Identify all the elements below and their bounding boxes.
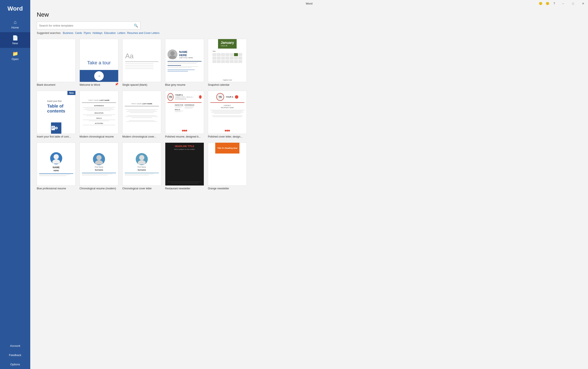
template-label-polished1: Polished resume, designed b... xyxy=(165,135,204,138)
suggested-business[interactable]: Business xyxy=(63,31,74,35)
sidebar-item-label-new: New xyxy=(12,42,18,45)
sidebar-item-label-home: Home xyxy=(11,26,19,29)
svg-point-10 xyxy=(96,155,102,160)
main-header: New 🔍 Suggested searches: Business Cards… xyxy=(30,7,588,37)
template-food[interactable]: HEADLINE TITLE Not a subject on the matt… xyxy=(165,143,204,190)
thumb-line-1 xyxy=(125,61,158,62)
template-tour[interactable]: Take a tour → Welcome to Word 📌 xyxy=(80,39,118,86)
help-icon[interactable]: ? xyxy=(551,0,558,7)
template-row-1: Blank document Take a tour → Welcome to … xyxy=(37,39,581,86)
titlebar-controls: – □ ✕ xyxy=(558,0,588,7)
template-chron2[interactable]: FIRST NAME LAST NAME Modern chronologica… xyxy=(122,91,161,138)
suggested-flyers[interactable]: Flyers xyxy=(84,31,91,35)
pin-icon[interactable]: 📌 xyxy=(115,82,118,86)
suggested-searches: Suggested searches: Business Cards Flyer… xyxy=(37,31,581,35)
minimize-button[interactable]: – xyxy=(558,0,568,7)
titlebar-icons: 🙂 🙁 ? xyxy=(537,0,558,7)
template-thumb-food: HEADLINE TITLE Not a subject on the matt… xyxy=(165,143,204,186)
template-polished1[interactable]: YN YOUR S OBJECTIVE • SKILLS • EXPERIENC… xyxy=(165,91,204,138)
suggested-label: Suggested searches: xyxy=(37,31,61,35)
titlebar: Word 🙂 🙁 ? – □ ✕ xyxy=(30,0,588,7)
svg-point-12 xyxy=(139,155,144,160)
maximize-button[interactable]: □ xyxy=(568,0,578,7)
svg-point-0 xyxy=(170,51,175,55)
tour-bar: → xyxy=(80,70,118,82)
sidebar-item-home[interactable]: ⌂ Home xyxy=(0,16,30,32)
close-button[interactable]: ✕ xyxy=(578,0,588,7)
main-content: New 🔍 Suggested searches: Business Cards… xyxy=(30,7,588,369)
template-grid: Blank document Take a tour → Welcome to … xyxy=(30,37,588,369)
suggested-education[interactable]: Education xyxy=(104,31,116,35)
template-row3c[interactable]: First Name Surname Chronological cover l… xyxy=(122,143,161,190)
template-label-single: Single spaced (blank) xyxy=(122,83,161,86)
template-thumb-orange: Title it's Reading Now xyxy=(208,143,247,186)
template-thumb-tour: Take a tour → xyxy=(80,39,118,82)
template-thumb-polished2: YN YOUR S CONTACT RECIPIENT NAME xyxy=(208,91,247,134)
template-thumb-blue-resume: NAME HERE JOB TITLE HERE xyxy=(165,39,204,82)
tour-text: Take a tour xyxy=(87,60,111,66)
search-input[interactable] xyxy=(39,24,134,27)
svg-point-13 xyxy=(138,160,146,164)
template-row3b[interactable]: First Name Surname Chronological resume … xyxy=(80,143,118,190)
template-label-polished2: Polished cover letter, design... xyxy=(208,135,247,138)
template-thumb-row3a: NAME HERE xyxy=(37,143,76,186)
frown-icon[interactable]: 🙁 xyxy=(544,0,551,7)
template-single[interactable]: Aa Single spaced (blank) xyxy=(122,39,161,86)
sidebar-item-open[interactable]: 📁 Open xyxy=(0,48,30,64)
template-label-chron2: Modern chronological cover... xyxy=(122,135,161,138)
suggested-letters[interactable]: Letters xyxy=(117,31,126,35)
template-thumb-calendar: January YEAR Title xyxy=(208,39,247,82)
template-blank[interactable]: Blank document xyxy=(37,39,76,86)
page-title: New xyxy=(37,11,581,18)
template-label-blue-resume: Blue grey resume xyxy=(165,83,204,86)
template-blue-resume[interactable]: NAME HERE JOB TITLE HERE xyxy=(165,39,204,86)
template-thumb-chron1: FIRST NAME LAST NAME EXPERIENCE EDUCATIO… xyxy=(80,91,118,134)
new-doc-icon: 📄 xyxy=(12,35,18,41)
sidebar-item-options[interactable]: Options xyxy=(0,360,30,369)
template-label-food: Restaurant newsletter xyxy=(165,187,204,190)
template-label-calendar: Snapshot calendar xyxy=(208,83,247,86)
open-folder-icon: 📁 xyxy=(12,51,18,57)
template-thumb-toc: New Insert your first Table ofcontents 3 xyxy=(37,91,76,134)
sidebar-bottom: Account Feedback Options xyxy=(0,341,30,369)
template-row-2: New Insert your first Table ofcontents 3 xyxy=(37,91,581,138)
thumb-line-5 xyxy=(125,68,153,69)
template-row-3: NAME HERE Blue professional resume F xyxy=(37,143,581,190)
search-icon[interactable]: 🔍 xyxy=(134,23,138,28)
template-thumb-blank xyxy=(37,39,76,82)
sidebar-item-new[interactable]: 📄 New xyxy=(0,32,30,48)
template-label-row3b: Chronological resume (modern) xyxy=(80,187,118,190)
thumb-line-2 xyxy=(125,63,153,64)
svg-point-8 xyxy=(53,154,59,159)
template-thumb-polished1: YN YOUR S OBJECTIVE • SKILLS • EXPERIENC… xyxy=(165,91,204,134)
suggested-holidays[interactable]: Holidays xyxy=(93,31,102,35)
home-icon: ⌂ xyxy=(14,20,16,25)
template-label-blank: Blank document xyxy=(37,83,76,86)
template-chron1[interactable]: FIRST NAME LAST NAME EXPERIENCE EDUCATIO… xyxy=(80,91,118,138)
template-label-orange: Orange newsletter xyxy=(208,187,247,190)
suggested-resumes[interactable]: Resumes and Cover Letters xyxy=(127,31,159,35)
svg-point-1 xyxy=(169,55,176,59)
template-toc[interactable]: New Insert your first Table ofcontents 3 xyxy=(37,91,76,138)
template-label-chron1: Modern chronological resume xyxy=(80,135,118,138)
template-row3a[interactable]: NAME HERE Blue professional resume xyxy=(37,143,76,190)
window-title: Word xyxy=(306,2,313,5)
template-thumb-row3b: First Name Surname xyxy=(80,143,118,186)
template-orange[interactable]: Title it's Reading Now xyxy=(208,143,247,190)
template-polished2[interactable]: YN YOUR S CONTACT RECIPIENT NAME xyxy=(208,91,247,138)
svg-text:3: 3 xyxy=(56,127,57,129)
template-label-row3a: Blue professional resume xyxy=(37,187,76,190)
thumb-line-4 xyxy=(125,67,153,67)
sidebar-item-account[interactable]: Account xyxy=(0,341,30,350)
search-bar: 🔍 xyxy=(37,21,140,29)
sidebar-item-feedback[interactable]: Feedback xyxy=(0,350,30,360)
suggested-cards[interactable]: Cards xyxy=(75,31,82,35)
template-label-row3c: Chronological cover letter xyxy=(122,187,161,190)
app-logo: Word xyxy=(0,2,30,16)
sidebar-item-label-open: Open xyxy=(12,57,19,61)
template-thumb-row3c: First Name Surname xyxy=(122,143,161,186)
template-label-toc: Insert your first table of cont... xyxy=(37,135,76,138)
template-calendar[interactable]: January YEAR Title xyxy=(208,39,247,86)
smiley-icon[interactable]: 🙂 xyxy=(537,0,544,7)
tour-arrow-icon: → xyxy=(94,71,104,81)
